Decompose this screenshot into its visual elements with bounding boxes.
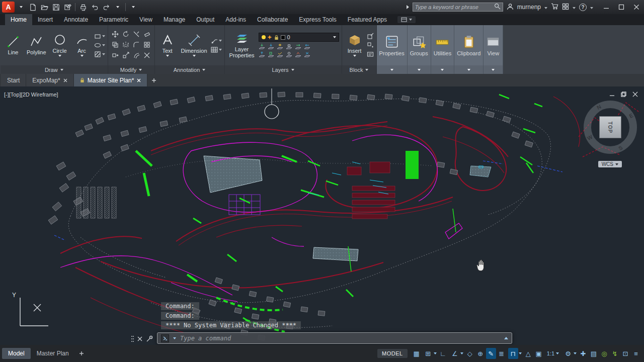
move-icon[interactable]	[112, 31, 119, 39]
copy-icon[interactable]	[112, 41, 119, 50]
command-options-chevron-icon[interactable]	[173, 337, 176, 339]
command-input[interactable]	[180, 335, 500, 342]
layout-tab-master-plan[interactable]: Master Plan	[31, 348, 75, 359]
model-space-toggle[interactable]: MODEL	[377, 349, 408, 358]
properties-panel-label[interactable]: Properties	[379, 50, 405, 56]
ribbon-display-toggle[interactable]	[397, 16, 416, 23]
viewport-controls-label[interactable]: [-][Top][2D Wireframe]	[4, 92, 58, 98]
qat-customize-icon[interactable]	[128, 2, 138, 12]
hatch-tool-icon[interactable]	[94, 51, 105, 58]
help-dropdown-icon[interactable]	[590, 4, 593, 11]
command-history-chevron-icon[interactable]	[504, 337, 508, 339]
polar-tracking-icon[interactable]: ∠	[450, 348, 460, 359]
workspace-dropdown-icon[interactable]	[574, 352, 577, 354]
isometric-drafting-icon[interactable]: ◇	[465, 348, 475, 359]
layer-lock-tool-icon[interactable]	[286, 43, 292, 50]
utilities-panel-footer[interactable]	[431, 65, 454, 74]
clipboard-panel-label[interactable]: Clipboard	[457, 50, 480, 56]
new-layout-button[interactable]	[76, 348, 87, 358]
user-icon[interactable]	[507, 3, 514, 12]
grid-display-icon[interactable]: ▦	[412, 348, 422, 359]
rotate-icon[interactable]	[122, 31, 129, 39]
close-tab-icon[interactable]	[63, 78, 67, 82]
layer-freeze-tool-icon[interactable]	[277, 43, 283, 50]
polar-dropdown-icon[interactable]	[460, 352, 463, 354]
layer-dropdown[interactable]: 0	[259, 33, 339, 42]
new-drawing-tab-button[interactable]	[147, 74, 160, 86]
tab-manage[interactable]: Manage	[158, 14, 191, 25]
layer-copy-objects-tool-icon[interactable]	[268, 51, 274, 58]
layout-tab-model[interactable]: Model	[2, 348, 31, 359]
arc-dropdown-icon[interactable]	[80, 55, 84, 57]
plot-icon[interactable]	[78, 2, 88, 12]
command-customize-wrench-icon[interactable]	[146, 335, 153, 342]
groups-panel-label[interactable]: Groups	[410, 50, 428, 56]
layer-delete-tool-icon[interactable]	[304, 51, 310, 58]
circle-button[interactable]: Circle	[50, 33, 70, 57]
command-prompt-icon[interactable]	[161, 334, 169, 342]
clipboard-panel-footer[interactable]	[454, 65, 483, 74]
draw-panel-footer[interactable]: Draw	[1, 65, 108, 74]
username-label[interactable]: murnenp	[517, 4, 541, 11]
tab-featured-apps[interactable]: Featured Apps	[342, 14, 392, 25]
arc-button[interactable]: Arc	[72, 33, 92, 57]
close-icon[interactable]	[629, 0, 644, 14]
groups-icon[interactable]	[412, 35, 426, 49]
leader-tool-icon[interactable]	[211, 37, 222, 44]
polar-tracking-group[interactable]: ∠	[449, 348, 464, 359]
redo-dropdown-icon[interactable]	[113, 2, 123, 12]
compass-east-label[interactable]: E	[628, 112, 634, 119]
properties-panel-footer[interactable]	[377, 65, 407, 74]
trim-icon[interactable]	[133, 31, 140, 39]
line-button[interactable]: Line	[3, 35, 23, 56]
dimension-dropdown-icon[interactable]	[193, 55, 196, 57]
help-icon[interactable]: ?	[579, 4, 587, 11]
utilities-icon[interactable]	[435, 35, 449, 49]
define-attributes-icon[interactable]	[367, 51, 374, 58]
file-tab-master-site-plan[interactable]: Master Site Plan*	[74, 74, 148, 86]
snap-mode-icon[interactable]: ⊞	[423, 348, 433, 359]
ortho-mode-icon[interactable]: ∟	[438, 348, 448, 359]
utilities-panel-label[interactable]: Utilities	[434, 50, 451, 56]
groups-panel-footer[interactable]	[408, 65, 431, 74]
layer-match-tool-icon[interactable]	[295, 43, 301, 50]
ellipse-tool-icon[interactable]	[94, 42, 105, 49]
annotation-visibility-icon[interactable]: △	[523, 348, 533, 359]
compass-north-label[interactable]: N	[596, 104, 602, 111]
view-panel-label[interactable]: View	[487, 50, 499, 56]
layer-isolate-tool-icon[interactable]	[268, 43, 274, 50]
text-button[interactable]: Text	[157, 33, 178, 57]
search-icon[interactable]	[494, 3, 501, 11]
tab-output[interactable]: Output	[191, 14, 220, 25]
new-file-icon[interactable]	[28, 2, 38, 12]
close-tab-icon[interactable]	[137, 78, 141, 82]
scale-icon[interactable]	[122, 52, 129, 60]
search-input[interactable]	[415, 4, 492, 10]
autocad-logo-icon[interactable]: A	[2, 2, 15, 13]
layer-off-tool-icon[interactable]	[259, 43, 265, 50]
tab-annotate[interactable]: Annotate	[58, 14, 94, 25]
save-icon[interactable]	[51, 2, 61, 12]
object-snap-group[interactable]: ⊓	[507, 348, 523, 359]
layer-properties-button[interactable]: Layer Properties	[227, 32, 257, 59]
view-panel-icon[interactable]	[486, 35, 500, 49]
stretch-icon[interactable]	[112, 52, 119, 60]
object-snap-icon[interactable]: ⊓	[508, 348, 518, 359]
properties-icon[interactable]	[385, 35, 399, 49]
tab-parametric[interactable]: Parametric	[94, 14, 134, 25]
clipboard-icon[interactable]	[462, 35, 476, 49]
mirror-icon[interactable]	[122, 41, 129, 50]
infocenter-collapse-icon[interactable]	[407, 5, 409, 9]
dynamic-input-icon[interactable]: ✎	[486, 348, 496, 359]
viewcube[interactable]: N E S W TOP	[584, 101, 637, 154]
drawing-canvas[interactable]: [-][Top][2D Wireframe] N E S W TOP WCS Y	[0, 86, 644, 345]
user-dropdown-icon[interactable]	[544, 4, 547, 11]
tab-collaborate[interactable]: Collaborate	[252, 14, 293, 25]
text-dropdown-icon[interactable]	[166, 55, 169, 57]
tab-view[interactable]: View	[134, 14, 158, 25]
open-file-icon[interactable]	[39, 2, 49, 12]
layer-dropdown-chevron-icon[interactable]	[333, 36, 336, 38]
customization-icon[interactable]: ≡	[631, 348, 641, 359]
view-panel-footer[interactable]	[484, 65, 503, 74]
lineweight-icon[interactable]: ≣	[497, 348, 507, 359]
